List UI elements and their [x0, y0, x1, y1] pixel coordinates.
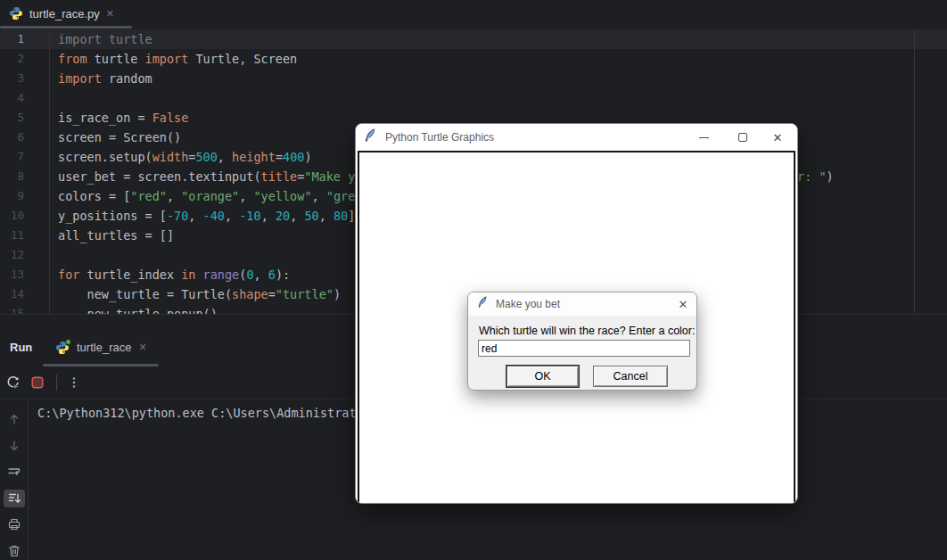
line-number[interactable]: 4	[0, 88, 50, 108]
run-tab-close-icon[interactable]: ✕	[138, 342, 146, 352]
line-number[interactable]: 2	[0, 49, 50, 69]
stop-icon[interactable]	[27, 372, 48, 393]
bet-dialog-close-icon[interactable]: ✕	[670, 292, 696, 316]
close-button[interactable]: ✕	[764, 124, 791, 151]
bet-dialog: Make you bet ✕ Which turtle will win the…	[467, 292, 697, 391]
bet-prompt-label: Which turtle will win the race? Enter a …	[479, 325, 695, 337]
run-panel-title: Run	[10, 331, 32, 364]
python-icon-running	[55, 341, 70, 355]
code-text[interactable]: for turtle_index in range(0, 6):	[50, 265, 290, 284]
line-number[interactable]: 12	[0, 245, 50, 265]
bet-dialog-titlebar[interactable]: Make you bet ✕	[468, 292, 696, 316]
code-text[interactable]: new_turtle = Turtle(shape="turtle")	[50, 284, 341, 304]
cancel-button[interactable]: Cancel	[593, 366, 668, 387]
line-number[interactable]: 13	[0, 265, 50, 284]
python-icon	[9, 6, 23, 21]
code-text[interactable]	[50, 245, 58, 265]
editor-tab-bar: turtle_race.py ✕	[0, 0, 947, 29]
print-icon[interactable]	[4, 515, 25, 534]
code-line[interactable]: 3import random	[0, 69, 947, 88]
turtle-window-titlebar[interactable]: Python Turtle Graphics ✕	[356, 124, 797, 151]
line-number[interactable]: 1	[0, 29, 50, 49]
run-tab-turtle-race[interactable]: turtle_race ✕	[43, 331, 160, 364]
code-text[interactable]: from turtle import Turtle, Screen	[50, 49, 297, 69]
minimize-button[interactable]	[690, 124, 717, 151]
running-indicator-dot	[65, 339, 71, 345]
arrow-up-icon[interactable]	[4, 410, 25, 429]
rerun-icon[interactable]	[2, 372, 23, 393]
maximize-button[interactable]	[729, 124, 756, 151]
right-margin-guide	[914, 29, 915, 314]
line-number[interactable]: 9	[0, 186, 50, 206]
code-line[interactable]: 1import turtle	[0, 29, 947, 49]
more-options-kebab-icon[interactable]	[63, 372, 85, 393]
code-text[interactable]: import turtle	[50, 29, 152, 49]
line-number[interactable]: 15	[0, 304, 50, 314]
console-output-line: C:\Python312\python.exe C:\Users\Adminis…	[37, 404, 357, 423]
code-text[interactable]	[50, 88, 58, 108]
line-number[interactable]: 11	[0, 226, 50, 245]
editor-tab-close-icon[interactable]: ✕	[106, 9, 114, 19]
code-text[interactable]: new_turtle.penup()	[50, 304, 218, 314]
ok-button[interactable]: OK	[506, 366, 579, 387]
code-text[interactable]: screen.setup(width=500, height=400)	[50, 147, 312, 167]
line-number[interactable]: 5	[0, 108, 50, 128]
line-number[interactable]: 6	[0, 128, 50, 147]
code-text[interactable]: y_positions = [-70, -40, -10, 20, 50, 80…	[50, 206, 355, 226]
run-tab-label: turtle_race	[77, 341, 131, 354]
tk-feather-icon	[364, 128, 376, 146]
minimize-icon	[699, 137, 709, 138]
arrow-down-icon[interactable]	[4, 437, 25, 456]
scroll-to-end-icon[interactable]	[4, 490, 25, 508]
code-line[interactable]: 4	[0, 88, 947, 108]
editor-tab-turtle-race[interactable]: turtle_race.py ✕	[0, 0, 125, 27]
code-text[interactable]: all_turtles = []	[50, 226, 174, 245]
console-gutter-toolbar	[0, 399, 29, 560]
line-number[interactable]: 7	[0, 147, 50, 167]
active-tab-indicator	[0, 26, 132, 29]
soft-wrap-icon[interactable]	[4, 463, 25, 482]
code-text[interactable]: import random	[50, 69, 152, 88]
clear-console-icon[interactable]	[4, 542, 25, 560]
maximize-icon	[738, 133, 747, 142]
bet-color-input[interactable]	[478, 340, 690, 357]
tk-feather-icon	[477, 296, 488, 312]
line-number[interactable]: 14	[0, 284, 50, 304]
code-text[interactable]: is_race_on = False	[50, 108, 188, 128]
toolbar-separator	[56, 375, 57, 391]
code-line[interactable]: 2from turtle import Turtle, Screen	[0, 49, 947, 69]
close-icon: ✕	[773, 132, 783, 144]
ide-window: turtle_race.py ✕ 1import turtle2from tur…	[0, 0, 947, 560]
code-text[interactable]: screen = Screen()	[50, 128, 181, 147]
bet-dialog-title: Make you bet	[496, 298, 560, 310]
line-number[interactable]: 3	[0, 69, 50, 88]
turtle-window-title: Python Turtle Graphics	[385, 131, 494, 144]
line-number[interactable]: 8	[0, 167, 50, 186]
editor-tab-label: turtle_race.py	[29, 7, 100, 21]
line-number[interactable]: 10	[0, 206, 50, 226]
